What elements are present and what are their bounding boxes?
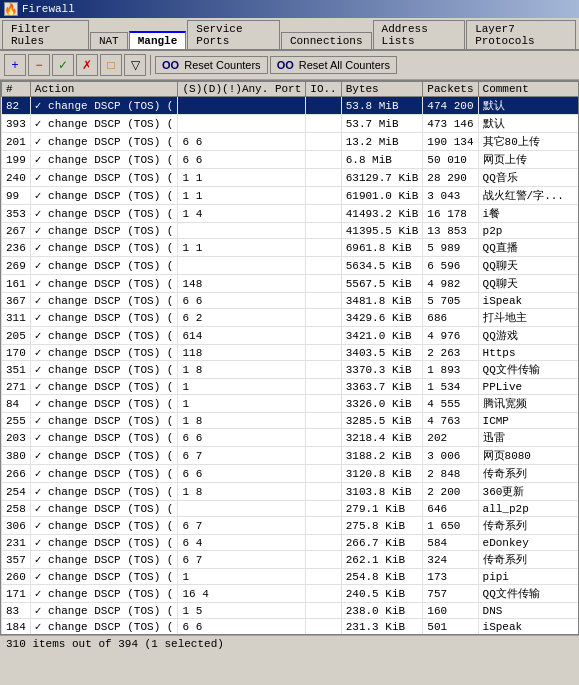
reset-all-counters-button[interactable]: OO Reset All Counters: [270, 56, 397, 74]
cell-bytes: 3421.0 KiB: [341, 327, 423, 345]
col-header-comment: Comment: [478, 82, 579, 97]
cell-bytes: 6961.8 KiB: [341, 239, 423, 257]
cell-params: 1: [178, 395, 306, 413]
cell-bytes: 3403.5 KiB: [341, 345, 423, 361]
reset-counters-button[interactable]: OO Reset Counters: [155, 56, 268, 74]
cell-io: [306, 603, 341, 619]
cell-comment: 网页上传: [478, 151, 579, 169]
table-row[interactable]: 199✓ change DSCP (TOS) (6 66.8 MiB50 010…: [2, 151, 580, 169]
move-button[interactable]: □: [100, 54, 122, 76]
table-row[interactable]: 231✓ change DSCP (TOS) (6 4266.7 KiB584e…: [2, 535, 580, 551]
tab-nat[interactable]: NAT: [90, 32, 128, 49]
table-row[interactable]: 255✓ change DSCP (TOS) (1 83285.5 KiB4 7…: [2, 413, 580, 429]
cell-num: 269: [2, 257, 31, 275]
cell-num: 255: [2, 413, 31, 429]
cell-comment: 360更新: [478, 483, 579, 501]
tab-layer7[interactable]: Layer7 Protocols: [466, 20, 576, 49]
cell-action: ✓ change DSCP (TOS) (: [30, 239, 178, 257]
table-row[interactable]: 170✓ change DSCP (TOS) (1183403.5 KiB2 2…: [2, 345, 580, 361]
cell-comment: 默认: [478, 97, 579, 115]
table-row[interactable]: 271✓ change DSCP (TOS) (13363.7 KiB1 534…: [2, 379, 580, 395]
cell-bytes: 41493.2 KiB: [341, 205, 423, 223]
cell-bytes: 53.7 MiB: [341, 115, 423, 133]
table-row[interactable]: 258✓ change DSCP (TOS) (279.1 KiB646all_…: [2, 501, 580, 517]
table-row[interactable]: 82✓ change DSCP (TOS) (53.8 MiB474 200默认: [2, 97, 580, 115]
table-row[interactable]: 311✓ change DSCP (TOS) (6 23429.6 KiB686…: [2, 309, 580, 327]
table-row[interactable]: 269✓ change DSCP (TOS) (5634.5 KiB6 596Q…: [2, 257, 580, 275]
table-row[interactable]: 84✓ change DSCP (TOS) (13326.0 KiB4 555腾…: [2, 395, 580, 413]
tab-mangle[interactable]: Mangle: [129, 31, 187, 49]
disable-button[interactable]: ✗: [76, 54, 98, 76]
cell-comment: 迅雷: [478, 429, 579, 447]
cell-params: 1: [178, 379, 306, 395]
tab-connections[interactable]: Connections: [281, 32, 372, 49]
cell-io: [306, 465, 341, 483]
table-row[interactable]: 201✓ change DSCP (TOS) (6 613.2 MiB190 1…: [2, 133, 580, 151]
table-row[interactable]: 184✓ change DSCP (TOS) (6 6231.3 KiB501i…: [2, 619, 580, 635]
cell-params: 1 1: [178, 169, 306, 187]
tab-filter-rules[interactable]: Filter Rules: [2, 20, 89, 49]
cell-comment: 传奇系列: [478, 551, 579, 569]
cell-action: ✓ change DSCP (TOS) (: [30, 603, 178, 619]
cell-packets: 2 263: [423, 345, 478, 361]
cell-io: [306, 223, 341, 239]
cell-action: ✓ change DSCP (TOS) (: [30, 395, 178, 413]
cell-action: ✓ change DSCP (TOS) (: [30, 205, 178, 223]
filter-button[interactable]: ▽: [124, 54, 146, 76]
table-row[interactable]: 367✓ change DSCP (TOS) (6 63481.8 KiB5 7…: [2, 293, 580, 309]
cell-num: 266: [2, 465, 31, 483]
cell-comment: PPLive: [478, 379, 579, 395]
table-row[interactable]: 306✓ change DSCP (TOS) (6 7275.8 KiB1 65…: [2, 517, 580, 535]
table-row[interactable]: 99✓ change DSCP (TOS) (1 161901.0 KiB3 0…: [2, 187, 580, 205]
cell-action: ✓ change DSCP (TOS) (: [30, 293, 178, 309]
table-row[interactable]: 380✓ change DSCP (TOS) (6 73188.2 KiB3 0…: [2, 447, 580, 465]
add-button[interactable]: +: [4, 54, 26, 76]
cell-action: ✓ change DSCP (TOS) (: [30, 361, 178, 379]
cell-io: [306, 257, 341, 275]
cell-action: ✓ change DSCP (TOS) (: [30, 413, 178, 429]
table-row[interactable]: 171✓ change DSCP (TOS) (16 4240.5 KiB757…: [2, 585, 580, 603]
cell-action: ✓ change DSCP (TOS) (: [30, 585, 178, 603]
cell-bytes: 63129.7 KiB: [341, 169, 423, 187]
tab-service-ports[interactable]: Service Ports: [187, 20, 280, 49]
table-row[interactable]: 260✓ change DSCP (TOS) (1254.8 KiB173pip…: [2, 569, 580, 585]
cell-io: [306, 447, 341, 465]
cell-io: [306, 309, 341, 327]
cell-comment: pipi: [478, 569, 579, 585]
cell-num: 267: [2, 223, 31, 239]
tab-address-lists[interactable]: Address Lists: [373, 20, 466, 49]
cell-bytes: 231.3 KiB: [341, 619, 423, 635]
cell-io: [306, 239, 341, 257]
table-row[interactable]: 161✓ change DSCP (TOS) (1485567.5 KiB4 9…: [2, 275, 580, 293]
cell-bytes: 53.8 MiB: [341, 97, 423, 115]
cell-comment: 传奇系列: [478, 465, 579, 483]
table-row[interactable]: 236✓ change DSCP (TOS) (1 16961.8 KiB5 9…: [2, 239, 580, 257]
table-row[interactable]: 266✓ change DSCP (TOS) (6 63120.8 KiB2 8…: [2, 465, 580, 483]
table-row[interactable]: 83✓ change DSCP (TOS) (1 5238.0 KiB160DN…: [2, 603, 580, 619]
table-row[interactable]: 205✓ change DSCP (TOS) (6143421.0 KiB4 9…: [2, 327, 580, 345]
table-row[interactable]: 357✓ change DSCP (TOS) (6 7262.1 KiB324传…: [2, 551, 580, 569]
table-row[interactable]: 393✓ change DSCP (TOS) (53.7 MiB473 146默…: [2, 115, 580, 133]
cell-comment: iSpeak: [478, 619, 579, 635]
cell-packets: 3 006: [423, 447, 478, 465]
cell-packets: 173: [423, 569, 478, 585]
cell-action: ✓ change DSCP (TOS) (: [30, 465, 178, 483]
cell-io: [306, 429, 341, 447]
cell-comment: iSpeak: [478, 293, 579, 309]
cell-num: 203: [2, 429, 31, 447]
table-row[interactable]: 353✓ change DSCP (TOS) (1 441493.2 KiB16…: [2, 205, 580, 223]
table-row[interactable]: 240✓ change DSCP (TOS) (1 163129.7 KiB28…: [2, 169, 580, 187]
cell-num: 171: [2, 585, 31, 603]
cell-bytes: 3120.8 KiB: [341, 465, 423, 483]
table-row[interactable]: 351✓ change DSCP (TOS) (1 83370.3 KiB1 8…: [2, 361, 580, 379]
app-icon: 🔥: [4, 2, 18, 16]
rules-table: # Action (S)(D)(!)Any. Port IO.. Bytes P…: [1, 81, 579, 635]
table-row[interactable]: 254✓ change DSCP (TOS) (1 83103.8 KiB2 2…: [2, 483, 580, 501]
cell-io: [306, 501, 341, 517]
cell-io: [306, 327, 341, 345]
table-row[interactable]: 267✓ change DSCP (TOS) (41395.5 KiB13 85…: [2, 223, 580, 239]
table-row[interactable]: 203✓ change DSCP (TOS) (6 63218.4 KiB202…: [2, 429, 580, 447]
cell-num: 199: [2, 151, 31, 169]
enable-button[interactable]: ✓: [52, 54, 74, 76]
remove-button[interactable]: −: [28, 54, 50, 76]
